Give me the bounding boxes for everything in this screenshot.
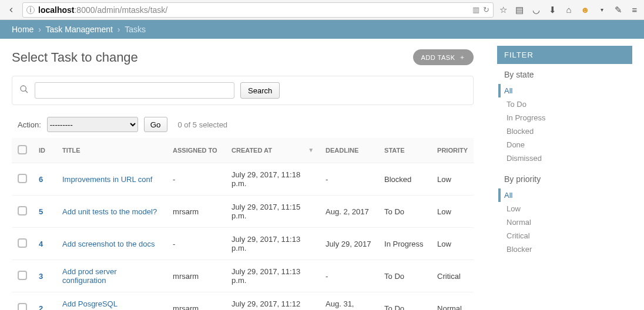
clipboard-icon[interactable]: ▤ <box>514 5 525 15</box>
table-row: 6Improvements in URL conf-July 29, 2017,… <box>12 163 474 196</box>
star-icon[interactable]: ☆ <box>497 5 509 15</box>
table-row: 5Add unit tests to the model?mrsarmJuly … <box>12 196 474 228</box>
menu-icon[interactable]: ≡ <box>629 5 640 15</box>
row-priority: Low <box>431 196 474 228</box>
selection-count: 0 of 5 selected <box>178 120 228 129</box>
col-id[interactable]: ID <box>33 138 56 163</box>
plus-icon: ＋ <box>459 53 466 62</box>
search-icon <box>19 85 29 96</box>
filter-by-priority: By priority AllLowNormalCriticalBlocker <box>497 169 632 260</box>
row-deadline: - <box>320 260 378 292</box>
row-checkbox[interactable] <box>18 206 27 215</box>
download-icon[interactable]: ⬇ <box>546 5 558 15</box>
row-title-link[interactable]: Add PosgreSQL configuration <box>62 299 117 310</box>
filter-option[interactable]: All <box>498 84 625 97</box>
row-deadline: July 29, 2017 <box>320 228 378 260</box>
col-created[interactable]: CREATED AT ▼ <box>226 138 320 163</box>
row-title-link[interactable]: Add screenshot to the docs <box>62 240 155 248</box>
row-deadline: - <box>320 163 378 196</box>
select-all-checkbox[interactable] <box>18 145 27 154</box>
col-state[interactable]: STATE <box>378 138 431 163</box>
info-icon: i <box>26 6 35 14</box>
row-state: In Progress <box>378 228 431 260</box>
search-button[interactable]: Search <box>240 82 280 99</box>
col-title[interactable]: TITLE <box>56 138 167 163</box>
filter-option[interactable]: Critical <box>504 229 625 242</box>
search-input[interactable] <box>35 82 234 99</box>
filter-option[interactable]: Done <box>504 138 625 151</box>
col-deadline[interactable]: DEADLINE <box>320 138 378 163</box>
add-task-label: ADD TASK <box>421 54 455 61</box>
row-assigned: - <box>167 163 226 196</box>
filter-option[interactable]: Dismissed <box>504 151 625 165</box>
row-state: To Do <box>378 260 431 292</box>
row-priority: Low <box>431 228 474 260</box>
filter-option[interactable]: Blocker <box>504 242 625 256</box>
filter-state-label: By state <box>504 70 625 79</box>
svg-point-0 <box>21 86 26 91</box>
row-deadline: Aug. 31, 2017 <box>320 292 378 311</box>
filter-option[interactable]: All <box>498 188 625 202</box>
row-assigned: mrsarm <box>167 196 226 228</box>
filter-by-state: By state AllTo DoIn ProgressBlockedDoneD… <box>497 64 632 169</box>
pocket-icon[interactable]: ◡ <box>530 5 542 15</box>
row-title-link[interactable]: Improvements in URL conf <box>62 175 152 184</box>
url-bar[interactable]: i localhost:8000/admin/mtasks/task/ ▥ ↻ <box>22 2 494 18</box>
table-row: 2Add PosgreSQL configurationmrsarmJuly 2… <box>12 292 474 311</box>
filter-option[interactable]: In Progress <box>504 111 625 124</box>
filter-option[interactable]: Low <box>504 202 625 215</box>
filter-option[interactable]: Normal <box>504 215 625 229</box>
page-title: Select Task to change <box>12 50 138 65</box>
row-state: To Do <box>378 292 431 311</box>
breadcrumb-parent[interactable]: Task Management <box>46 25 113 34</box>
row-created: July 29, 2017, 11:12 p.m. <box>226 292 320 311</box>
row-id-link[interactable]: 6 <box>39 175 43 184</box>
main-content: Select Task to change ADD TASK ＋ Search … <box>12 46 474 310</box>
home-icon[interactable]: ⌂ <box>563 5 575 15</box>
toolbar-icons: ☆ ▤ ◡ ⬇ ⌂ ☻ ▾ ✎ ≡ <box>497 5 640 15</box>
filter-option[interactable]: To Do <box>504 97 625 111</box>
back-button[interactable] <box>4 2 19 18</box>
action-row: Action: --------- Go 0 of 5 selected <box>18 117 474 132</box>
emoji-icon[interactable]: ☻ <box>579 5 591 15</box>
add-task-button[interactable]: ADD TASK ＋ <box>413 49 474 65</box>
row-assigned: mrsarm <box>167 292 226 311</box>
col-priority[interactable]: PRIORITY <box>431 138 474 163</box>
row-title-link[interactable]: Add unit tests to the model? <box>62 207 157 216</box>
go-button[interactable]: Go <box>144 117 167 132</box>
task-table: ID TITLE ASSIGNED TO CREATED AT ▼ DEADLI… <box>12 138 474 310</box>
eyedropper-icon[interactable]: ✎ <box>612 5 624 15</box>
table-row: 4Add screenshot to the docs-July 29, 201… <box>12 228 474 260</box>
breadcrumb-sep: › <box>115 25 123 34</box>
row-priority: Critical <box>431 260 474 292</box>
row-state: To Do <box>378 196 431 228</box>
row-checkbox[interactable] <box>18 174 27 183</box>
row-checkbox[interactable] <box>18 271 27 280</box>
svg-line-1 <box>25 90 28 93</box>
filter-heading: FILTER <box>497 46 632 64</box>
row-title-link[interactable]: Add prod server configuration <box>62 267 117 285</box>
table-row: 3Add prod server configurationmrsarmJuly… <box>12 260 474 292</box>
action-label: Action: <box>18 120 41 129</box>
url-text: localhost:8000/admin/mtasks/task/ <box>38 5 469 15</box>
action-select[interactable]: --------- <box>47 117 138 132</box>
filter-option[interactable]: Blocked <box>504 124 625 138</box>
row-assigned: - <box>167 228 226 260</box>
row-created: July 29, 2017, 11:18 p.m. <box>226 163 320 196</box>
row-checkbox[interactable] <box>18 303 27 311</box>
row-id-link[interactable]: 2 <box>39 304 43 311</box>
row-id-link[interactable]: 3 <box>39 272 43 281</box>
chevron-down-icon[interactable]: ▾ <box>596 6 608 13</box>
col-assigned[interactable]: ASSIGNED TO <box>167 138 226 163</box>
filter-priority-label: By priority <box>504 174 625 184</box>
reload-icon[interactable]: ↻ <box>483 5 489 14</box>
row-assigned: mrsarm <box>167 260 226 292</box>
row-state: Blocked <box>378 163 431 196</box>
breadcrumb-home[interactable]: Home <box>12 25 33 34</box>
row-created: July 29, 2017, 11:13 p.m. <box>226 260 320 292</box>
row-id-link[interactable]: 4 <box>39 240 43 248</box>
row-checkbox[interactable] <box>18 238 27 248</box>
reader-icon[interactable]: ▥ <box>472 5 479 14</box>
row-id-link[interactable]: 5 <box>39 207 43 216</box>
browser-chrome: i localhost:8000/admin/mtasks/task/ ▥ ↻ … <box>0 0 644 20</box>
